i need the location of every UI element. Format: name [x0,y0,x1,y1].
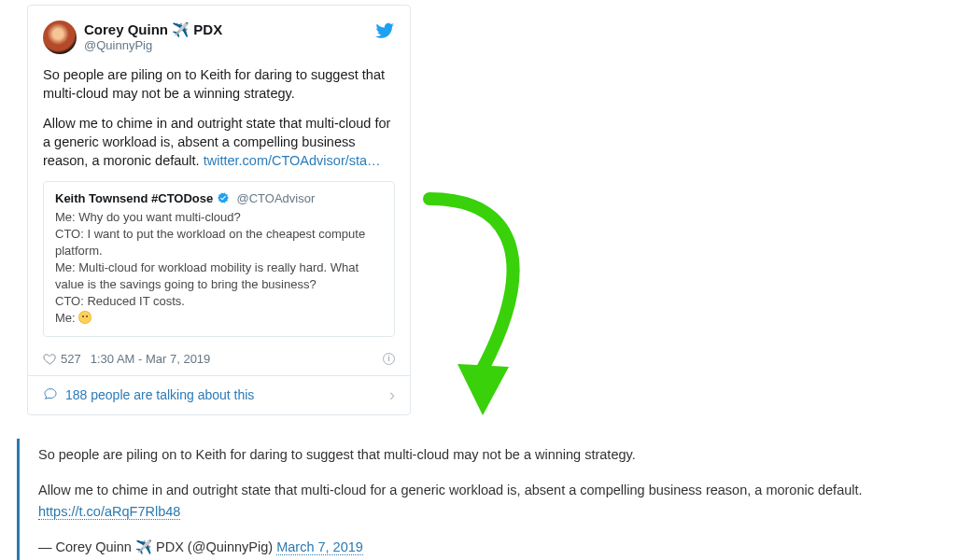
quoted-tweet[interactable]: Keith Townsend #CTODose @CTOAdvisor Me: … [43,181,395,337]
verified-badge-icon [217,191,230,204]
conversation-link: 188 people are talking about this [65,387,254,402]
tweet-paragraph-1: So people are piling on to Keith for dar… [43,65,395,103]
avatar[interactable] [43,21,77,54]
airplane-icon: ✈️ [172,21,190,38]
annotation-arrow [415,182,565,425]
info-icon[interactable]: i [383,353,395,365]
quoted-body: Me: Why do you want multi-cloud? CTO: I … [55,209,383,327]
tweet-body: So people are piling on to Keith for dar… [43,65,395,170]
blockquote: So people are piling on to Keith for dar… [17,439,950,560]
quoted-line-3: Me: Multi-cloud for workload mobility is… [55,260,359,291]
author-name[interactable]: Corey Quinn ✈️ PDX [84,21,222,38]
quoted-header: Keith Townsend #CTODose @CTOAdvisor [55,191,383,205]
quoted-author-name: Keith Townsend #CTODose [55,191,213,205]
author-name-text: Corey Quinn [84,21,172,37]
tweet-meta: 527 1:30 AM - Mar 7, 2019 i [43,346,395,375]
quoted-author-handle: @CTOAdvisor [237,191,316,205]
heart-icon [43,352,57,366]
author-name-suffix: PDX [190,21,222,37]
embedded-tweet[interactable]: Corey Quinn ✈️ PDX @QuinnyPig So people … [27,5,411,415]
attribution-handle: PDX (@QuinnyPig) [152,539,276,554]
like-count: 527 [61,352,81,366]
tweet-footer[interactable]: 188 people are talking about this › [28,375,410,414]
airplane-icon: ✈️ [135,537,152,557]
svg-marker-0 [457,364,509,415]
quoted-line-4: CTO: Reduced IT costs. [55,294,185,308]
tweet-date-link[interactable]: March 7, 2019 [276,539,363,555]
author-handle[interactable]: @QuinnyPig [84,38,222,53]
tweet-paragraph-2: Allow me to chime in and outright state … [43,114,395,170]
quoted-line-5: Me: [55,311,78,325]
quoted-line-2: CTO: I want to put the workload on the c… [55,227,365,258]
blockquote-paragraph-2-text: Allow me to chime in and outright state … [38,483,863,497]
blockquote-paragraph-2: Allow me to chime in and outright state … [38,480,950,522]
attribution-author: — Corey Quinn [38,539,135,554]
reply-icon [43,386,65,404]
like-button[interactable]: 527 [43,352,81,366]
blockquote-paragraph-1: So people are piling on to Keith for dar… [38,444,950,465]
quoted-tweet-link[interactable]: twitter.com/CTOAdvisor/sta… [204,153,381,168]
tweet-header: Corey Quinn ✈️ PDX @QuinnyPig [43,21,395,54]
chevron-right-icon: › [389,385,395,405]
tweet-timestamp[interactable]: 1:30 AM - Mar 7, 2019 [91,352,211,366]
thinking-face-icon [78,311,91,324]
short-link[interactable]: https://t.co/aRqF7Rlb48 [38,504,180,520]
twitter-logo-icon[interactable] [374,21,395,44]
quoted-line-1: Me: Why do you want multi-cloud? [55,210,241,224]
blockquote-attribution: — Corey Quinn ✈️ PDX (@QuinnyPig) March … [38,537,950,557]
